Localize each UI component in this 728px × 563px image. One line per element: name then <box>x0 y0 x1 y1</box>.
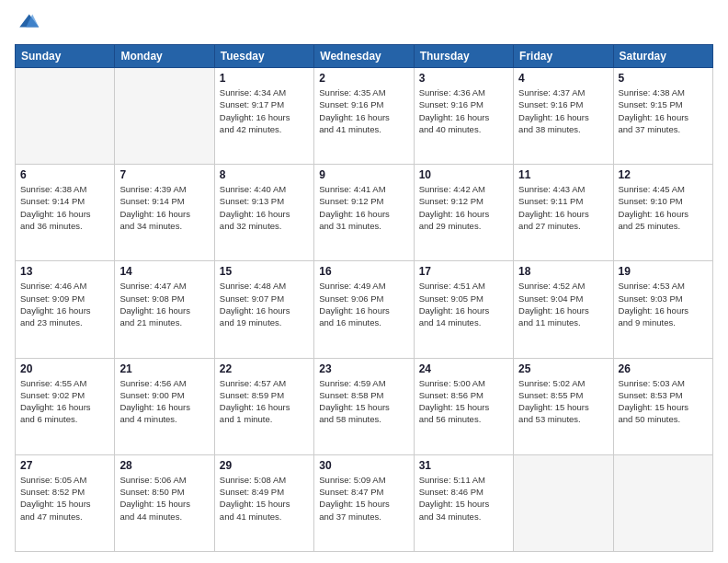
day-number: 29 <box>220 459 309 472</box>
day-number: 12 <box>619 168 708 181</box>
day-number: 15 <box>220 265 309 278</box>
day-info: Sunrise: 4:40 AM Sunset: 9:13 PM Dayligh… <box>220 183 309 232</box>
calendar-cell: 5Sunrise: 4:38 AM Sunset: 9:15 PM Daylig… <box>613 68 712 165</box>
day-info: Sunrise: 4:52 AM Sunset: 9:04 PM Dayligh… <box>518 280 608 328</box>
day-info: Sunrise: 5:11 AM Sunset: 8:46 PM Dayligh… <box>419 474 508 523</box>
day-number: 3 <box>419 72 508 85</box>
day-info: Sunrise: 4:38 AM Sunset: 9:14 PM Dayligh… <box>20 183 109 232</box>
day-number: 17 <box>419 265 508 278</box>
calendar-cell: 13Sunrise: 4:46 AM Sunset: 9:09 PM Dayli… <box>16 261 115 358</box>
calendar-cell <box>115 68 214 165</box>
calendar-cell: 31Sunrise: 5:11 AM Sunset: 8:46 PM Dayli… <box>414 454 513 551</box>
day-info: Sunrise: 4:55 AM Sunset: 9:02 PM Dayligh… <box>20 377 109 426</box>
day-number: 19 <box>619 265 708 278</box>
calendar-cell <box>514 454 613 551</box>
calendar-cell: 30Sunrise: 5:09 AM Sunset: 8:47 PM Dayli… <box>314 454 414 551</box>
calendar-cell: 25Sunrise: 5:02 AM Sunset: 8:55 PM Dayli… <box>514 358 613 454</box>
day-info: Sunrise: 4:39 AM Sunset: 9:14 PM Dayligh… <box>119 183 209 232</box>
calendar-cell: 10Sunrise: 4:42 AM Sunset: 9:12 PM Dayli… <box>414 165 513 261</box>
day-number: 20 <box>20 362 109 375</box>
calendar-cell: 22Sunrise: 4:57 AM Sunset: 8:59 PM Dayli… <box>214 358 313 454</box>
day-info: Sunrise: 4:53 AM Sunset: 9:03 PM Dayligh… <box>619 280 708 328</box>
calendar-week-row-1: 6Sunrise: 4:38 AM Sunset: 9:14 PM Daylig… <box>16 165 713 261</box>
day-info: Sunrise: 4:57 AM Sunset: 8:59 PM Dayligh… <box>220 377 309 426</box>
calendar-header-monday: Monday <box>115 45 214 68</box>
day-info: Sunrise: 4:38 AM Sunset: 9:15 PM Dayligh… <box>619 86 708 135</box>
calendar-cell <box>613 454 712 551</box>
calendar-cell: 4Sunrise: 4:37 AM Sunset: 9:16 PM Daylig… <box>514 68 613 165</box>
day-number: 2 <box>319 72 408 85</box>
calendar-header-tuesday: Tuesday <box>214 45 313 68</box>
calendar-cell: 27Sunrise: 5:05 AM Sunset: 8:52 PM Dayli… <box>16 454 115 551</box>
day-number: 18 <box>518 265 608 278</box>
calendar-table: SundayMondayTuesdayWednesdayThursdayFrid… <box>15 44 713 552</box>
day-info: Sunrise: 4:35 AM Sunset: 9:16 PM Dayligh… <box>319 86 408 135</box>
day-number: 9 <box>319 168 408 181</box>
calendar-week-row-0: 1Sunrise: 4:34 AM Sunset: 9:17 PM Daylig… <box>16 68 713 165</box>
calendar-week-row-4: 27Sunrise: 5:05 AM Sunset: 8:52 PM Dayli… <box>16 454 713 551</box>
day-info: Sunrise: 4:49 AM Sunset: 9:06 PM Dayligh… <box>319 280 408 328</box>
calendar-cell: 24Sunrise: 5:00 AM Sunset: 8:56 PM Dayli… <box>414 358 513 454</box>
day-number: 13 <box>20 265 109 278</box>
calendar-cell: 8Sunrise: 4:40 AM Sunset: 9:13 PM Daylig… <box>214 165 313 261</box>
calendar-cell: 18Sunrise: 4:52 AM Sunset: 9:04 PM Dayli… <box>514 261 613 358</box>
day-number: 28 <box>119 459 209 472</box>
calendar-cell: 15Sunrise: 4:48 AM Sunset: 9:07 PM Dayli… <box>214 261 313 358</box>
day-number: 26 <box>619 362 708 375</box>
calendar-cell <box>16 68 115 165</box>
calendar-cell: 19Sunrise: 4:53 AM Sunset: 9:03 PM Dayli… <box>613 261 712 358</box>
day-info: Sunrise: 4:42 AM Sunset: 9:12 PM Dayligh… <box>419 183 508 232</box>
day-number: 4 <box>518 72 608 85</box>
day-number: 5 <box>619 72 708 85</box>
day-info: Sunrise: 4:51 AM Sunset: 9:05 PM Dayligh… <box>419 280 508 328</box>
calendar-cell: 29Sunrise: 5:08 AM Sunset: 8:49 PM Dayli… <box>214 454 313 551</box>
day-number: 25 <box>518 362 608 375</box>
calendar-cell: 6Sunrise: 4:38 AM Sunset: 9:14 PM Daylig… <box>16 165 115 261</box>
day-info: Sunrise: 4:59 AM Sunset: 8:58 PM Dayligh… <box>319 377 408 426</box>
calendar-week-row-3: 20Sunrise: 4:55 AM Sunset: 9:02 PM Dayli… <box>16 358 713 454</box>
day-info: Sunrise: 4:34 AM Sunset: 9:17 PM Dayligh… <box>220 86 309 135</box>
day-info: Sunrise: 5:00 AM Sunset: 8:56 PM Dayligh… <box>419 377 508 426</box>
day-number: 8 <box>220 168 309 181</box>
calendar-cell: 21Sunrise: 4:56 AM Sunset: 9:00 PM Dayli… <box>115 358 214 454</box>
calendar-cell: 12Sunrise: 4:45 AM Sunset: 9:10 PM Dayli… <box>613 165 712 261</box>
calendar-cell: 26Sunrise: 5:03 AM Sunset: 8:53 PM Dayli… <box>613 358 712 454</box>
day-info: Sunrise: 5:05 AM Sunset: 8:52 PM Dayligh… <box>20 474 109 523</box>
day-number: 10 <box>419 168 508 181</box>
day-number: 14 <box>119 265 209 278</box>
calendar-cell: 20Sunrise: 4:55 AM Sunset: 9:02 PM Dayli… <box>16 358 115 454</box>
calendar-cell: 17Sunrise: 4:51 AM Sunset: 9:05 PM Dayli… <box>414 261 513 358</box>
page: SundayMondayTuesdayWednesdayThursdayFrid… <box>0 0 728 563</box>
calendar-cell: 3Sunrise: 4:36 AM Sunset: 9:16 PM Daylig… <box>414 68 513 165</box>
calendar-header-saturday: Saturday <box>613 45 712 68</box>
calendar-cell: 14Sunrise: 4:47 AM Sunset: 9:08 PM Dayli… <box>115 261 214 358</box>
calendar-cell: 11Sunrise: 4:43 AM Sunset: 9:11 PM Dayli… <box>514 165 613 261</box>
calendar-cell: 2Sunrise: 4:35 AM Sunset: 9:16 PM Daylig… <box>314 68 414 165</box>
day-info: Sunrise: 4:46 AM Sunset: 9:09 PM Dayligh… <box>20 280 109 328</box>
day-info: Sunrise: 5:03 AM Sunset: 8:53 PM Dayligh… <box>619 377 708 426</box>
calendar-cell: 16Sunrise: 4:49 AM Sunset: 9:06 PM Dayli… <box>314 261 414 358</box>
calendar-header-thursday: Thursday <box>414 45 513 68</box>
day-number: 16 <box>319 265 408 278</box>
calendar-week-row-2: 13Sunrise: 4:46 AM Sunset: 9:09 PM Dayli… <box>16 261 713 358</box>
day-info: Sunrise: 4:48 AM Sunset: 9:07 PM Dayligh… <box>220 280 309 328</box>
day-info: Sunrise: 5:09 AM Sunset: 8:47 PM Dayligh… <box>319 474 408 523</box>
day-info: Sunrise: 5:08 AM Sunset: 8:49 PM Dayligh… <box>220 474 309 523</box>
calendar-cell: 23Sunrise: 4:59 AM Sunset: 8:58 PM Dayli… <box>314 358 414 454</box>
day-info: Sunrise: 4:43 AM Sunset: 9:11 PM Dayligh… <box>518 183 608 232</box>
day-number: 22 <box>220 362 309 375</box>
calendar-header-friday: Friday <box>514 45 613 68</box>
day-info: Sunrise: 4:37 AM Sunset: 9:16 PM Dayligh… <box>518 86 608 135</box>
day-info: Sunrise: 5:06 AM Sunset: 8:50 PM Dayligh… <box>119 474 209 523</box>
day-number: 31 <box>419 459 508 472</box>
day-number: 23 <box>319 362 408 375</box>
day-info: Sunrise: 4:45 AM Sunset: 9:10 PM Dayligh… <box>619 183 708 232</box>
calendar-header-sunday: Sunday <box>16 45 115 68</box>
day-number: 24 <box>419 362 508 375</box>
day-number: 27 <box>20 459 109 472</box>
day-info: Sunrise: 4:36 AM Sunset: 9:16 PM Dayligh… <box>419 86 508 135</box>
calendar-header-row: SundayMondayTuesdayWednesdayThursdayFrid… <box>16 45 713 68</box>
day-info: Sunrise: 4:47 AM Sunset: 9:08 PM Dayligh… <box>119 280 209 328</box>
day-number: 11 <box>518 168 608 181</box>
calendar-cell: 7Sunrise: 4:39 AM Sunset: 9:14 PM Daylig… <box>115 165 214 261</box>
